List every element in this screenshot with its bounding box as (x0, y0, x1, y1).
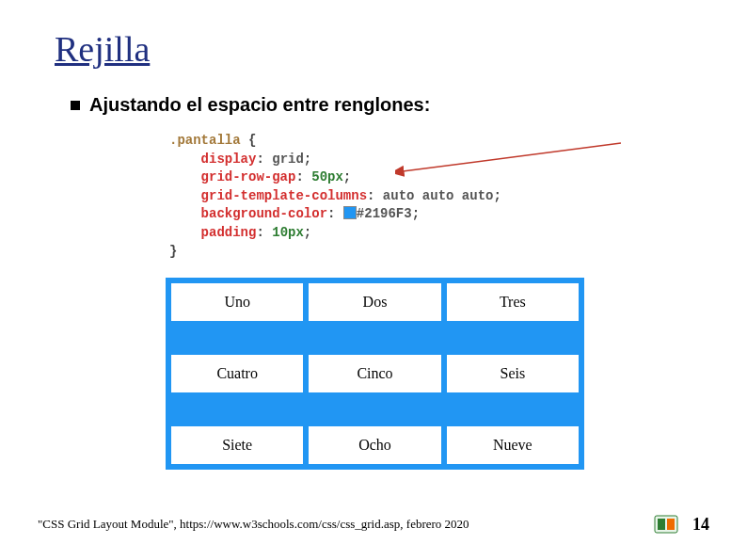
page-number: 14 (692, 515, 709, 535)
grid-cell: Cinco (309, 355, 440, 392)
code-line-padding: padding: 10px; (169, 224, 501, 243)
bullet-text: Ajustando el espacio entre renglones: (89, 94, 430, 116)
code-line-columns: grid-template-columns: auto auto auto; (169, 187, 501, 206)
code-val: 10px (272, 225, 304, 240)
bullet-item: Ajustando el espacio entre renglones: (71, 94, 430, 116)
grid-cell: Seis (447, 355, 579, 392)
code-prop: grid-template-columns (201, 188, 367, 203)
code-selector-line: .pantalla { (169, 132, 501, 151)
grid-demo: Uno Dos Tres Cuatro Cinco Seis Siete Och… (166, 278, 584, 470)
code-line-display: display: grid; (169, 151, 501, 169)
code-prop: display (201, 152, 257, 167)
grid-cell: Dos (309, 283, 440, 321)
grid-cell: Nueve (447, 426, 579, 464)
citation-text: "CSS Grid Layout Module", https://www.w3… (38, 517, 469, 532)
code-val: #2196F3 (357, 206, 412, 221)
svg-rect-3 (658, 519, 665, 530)
grid-cell: Uno (171, 283, 303, 321)
grid-cell: Siete (171, 426, 303, 464)
footer-right: 14 (653, 513, 709, 536)
logo-icon (653, 513, 679, 536)
slide-title: Rejilla (55, 28, 150, 70)
code-block: .pantalla { display: grid; grid-row-gap:… (169, 132, 501, 261)
code-prop: background-color (201, 206, 327, 221)
bullet-icon (71, 101, 80, 110)
grid-cell: Ocho (309, 426, 440, 464)
code-line-bg: background-color: #2196F3; (169, 205, 501, 224)
code-close-brace: } (169, 243, 501, 262)
code-val: 50px (311, 169, 343, 184)
slide: Rejilla Ajustando el espacio entre rengl… (0, 0, 747, 560)
grid-cell: Tres (447, 283, 579, 321)
svg-rect-4 (667, 519, 675, 530)
code-selector: .pantalla (169, 133, 241, 148)
code-line-rowgap: grid-row-gap: 50px; (169, 168, 501, 187)
code-prop: grid-row-gap (201, 169, 296, 184)
code-open-brace: { (241, 133, 257, 148)
code-val: grid (272, 152, 304, 167)
code-prop: padding (201, 225, 257, 240)
color-swatch-icon (343, 206, 357, 219)
grid-cell: Cuatro (171, 355, 303, 392)
footer: "CSS Grid Layout Module", https://www.w3… (38, 513, 709, 536)
code-val: auto auto auto (383, 188, 494, 203)
